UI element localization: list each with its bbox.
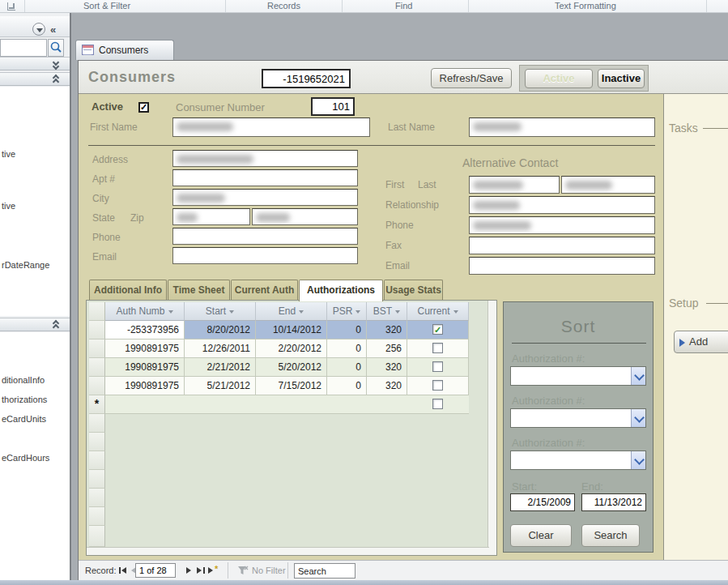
column-header-current[interactable]: Current (407, 302, 469, 321)
zip-field[interactable] (252, 208, 358, 225)
current-checkbox[interactable] (432, 343, 443, 353)
nav-group-bar[interactable] (0, 72, 70, 86)
combo-dropdown-icon[interactable] (631, 451, 645, 469)
email-field[interactable] (172, 247, 358, 264)
search-icon[interactable] (48, 39, 64, 57)
tab-additional-info[interactable]: Additional Info (89, 280, 167, 300)
address-field[interactable] (172, 150, 358, 167)
column-header-end[interactable]: End (256, 302, 327, 321)
cell-end[interactable]: 7/15/2012 (256, 377, 327, 395)
tab-authorizations[interactable]: Authorizations (299, 280, 383, 301)
cell-start[interactable]: 8/20/2012 (185, 321, 256, 339)
column-header-psr[interactable]: PSR (327, 302, 367, 321)
authorization-combo-3[interactable] (510, 450, 646, 470)
grid-horizontal-scrollbar[interactable] (87, 547, 489, 555)
consumer-number-field[interactable] (311, 97, 355, 116)
column-header-bst[interactable]: BST (367, 302, 407, 321)
cell-bst[interactable]: 320 (367, 358, 407, 377)
nav-group-bar[interactable] (0, 318, 70, 331)
cell-bst[interactable]: 320 (367, 377, 407, 395)
nav-item[interactable]: eCardUnits (2, 414, 46, 424)
end-date-field[interactable] (581, 493, 646, 511)
row-selector[interactable] (89, 339, 105, 358)
next-record-button[interactable] (185, 566, 196, 575)
document-tab-consumers[interactable]: Consumers (75, 40, 174, 60)
cell-auth[interactable]: 1990891975 (105, 377, 185, 395)
add-button[interactable]: Add (674, 331, 728, 353)
nav-menu-dropdown-icon[interactable] (32, 23, 45, 36)
record-search-input[interactable] (294, 563, 355, 579)
cell-start[interactable]: 5/21/2012 (185, 377, 256, 395)
dialog-launcher-icon[interactable] (7, 2, 15, 11)
new-record-button[interactable]: * (208, 566, 219, 575)
state-field[interactable] (172, 208, 250, 225)
nav-item[interactable]: ditionalInfo (2, 375, 45, 385)
row-selector[interactable] (89, 358, 105, 377)
cell-end[interactable]: 10/14/2012 (256, 321, 327, 339)
clear-button[interactable]: Clear (510, 524, 572, 547)
tab-current-auth[interactable]: Current Auth (231, 280, 298, 300)
nav-search-input[interactable] (0, 39, 47, 57)
no-filter-label[interactable]: No Filter (252, 566, 286, 575)
alt-email-field[interactable] (469, 257, 655, 275)
city-field[interactable] (172, 189, 358, 206)
grid-vertical-scrollbar[interactable] (487, 301, 496, 555)
inactive-button[interactable]: Inactive (598, 69, 645, 88)
row-selector[interactable] (89, 321, 105, 339)
shutter-collapse-icon[interactable]: « (50, 23, 56, 36)
relationship-field[interactable] (469, 196, 655, 214)
authorization-combo-2[interactable] (510, 408, 646, 428)
cell-psr[interactable]: 0 (327, 339, 367, 358)
column-header-auth-numb[interactable]: Auth Numb (105, 302, 185, 321)
current-checkbox[interactable] (432, 399, 443, 409)
tab-usage-stats[interactable]: Usage Stats (384, 280, 443, 300)
record-position-box[interactable]: 1 of 28 (135, 563, 176, 578)
cell-start[interactable]: 2/21/2012 (185, 358, 256, 377)
nav-item[interactable]: eCardHours (2, 453, 49, 463)
row-selector[interactable] (89, 377, 105, 395)
alt-first-name-field[interactable] (469, 176, 560, 194)
cell-end[interactable]: 5/20/2012 (256, 358, 327, 377)
cell-start[interactable]: 12/26/2011 (185, 339, 256, 358)
cell-auth[interactable]: -253373956 (105, 321, 185, 339)
consumer-id-field[interactable] (262, 69, 351, 88)
last-record-button[interactable] (196, 566, 207, 575)
combo-dropdown-icon[interactable] (631, 409, 645, 427)
new-record-selector[interactable]: * (89, 395, 105, 414)
authorization-combo-1[interactable] (510, 366, 646, 386)
start-date-field[interactable] (510, 493, 575, 511)
cell-end[interactable]: 2/20/2012 (256, 339, 327, 358)
phone-field[interactable] (172, 228, 358, 245)
refresh-save-button[interactable]: Refresh/Save (431, 68, 512, 88)
active-checkbox[interactable]: ✓ (138, 102, 149, 113)
current-checkbox[interactable] (432, 361, 443, 372)
nav-group-bar[interactable] (0, 57, 70, 70)
new-record-row[interactable] (105, 395, 469, 414)
alt-phone-field[interactable] (469, 216, 655, 234)
cell-psr[interactable]: 0 (327, 321, 367, 339)
cell-psr[interactable]: 0 (327, 358, 367, 377)
search-button[interactable]: Search (581, 524, 640, 547)
first-record-button[interactable] (119, 566, 130, 575)
nav-item[interactable]: thorizations (2, 395, 47, 404)
first-name-field[interactable] (172, 117, 370, 137)
cell-auth[interactable]: 1990891975 (105, 358, 185, 377)
combo-dropdown-icon[interactable] (631, 367, 645, 385)
cell-auth[interactable]: 1990891975 (105, 339, 185, 358)
nav-item[interactable]: tive (2, 149, 15, 159)
cell-bst[interactable]: 320 (367, 321, 407, 339)
last-name-field[interactable] (469, 117, 655, 137)
alt-last-name-field[interactable] (561, 176, 655, 194)
current-checkbox[interactable] (432, 380, 443, 391)
nav-item[interactable]: tive (2, 201, 15, 211)
apt-field[interactable] (172, 169, 358, 186)
cell-bst[interactable]: 256 (367, 339, 407, 358)
tab-time-sheet[interactable]: Time Sheet (168, 280, 230, 300)
nav-item[interactable]: rDateRange (2, 260, 49, 270)
cell-psr[interactable]: 0 (327, 377, 367, 395)
active-button[interactable]: Active (525, 69, 593, 88)
fax-field[interactable] (469, 237, 655, 254)
column-header-start[interactable]: Start (185, 302, 256, 321)
grid-corner-cell[interactable] (89, 302, 105, 321)
current-checkbox-checked[interactable]: ✓ (432, 324, 443, 335)
